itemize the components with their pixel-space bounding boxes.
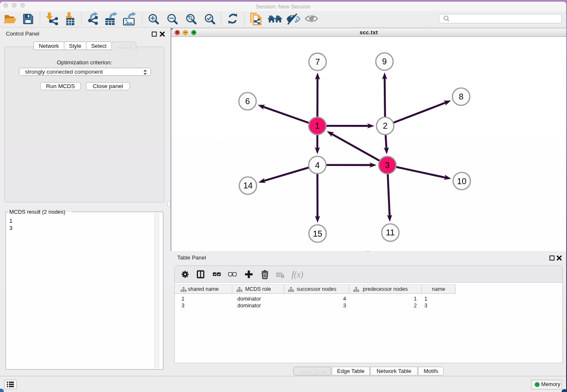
- svg-text:2: 2: [383, 121, 388, 130]
- svg-text:7: 7: [315, 57, 320, 66]
- svg-text:15: 15: [313, 229, 322, 238]
- svg-text:8: 8: [459, 92, 463, 101]
- svg-text:14: 14: [243, 181, 253, 190]
- svg-text:1: 1: [315, 121, 319, 130]
- svg-text:6: 6: [245, 97, 250, 106]
- svg-text:9: 9: [382, 57, 387, 66]
- svg-text:4: 4: [315, 160, 319, 170]
- svg-text:10: 10: [457, 177, 466, 186]
- svg-text:3: 3: [385, 160, 390, 170]
- svg-text:11: 11: [386, 228, 395, 237]
- svg-text:f(x): f(x): [292, 270, 303, 279]
